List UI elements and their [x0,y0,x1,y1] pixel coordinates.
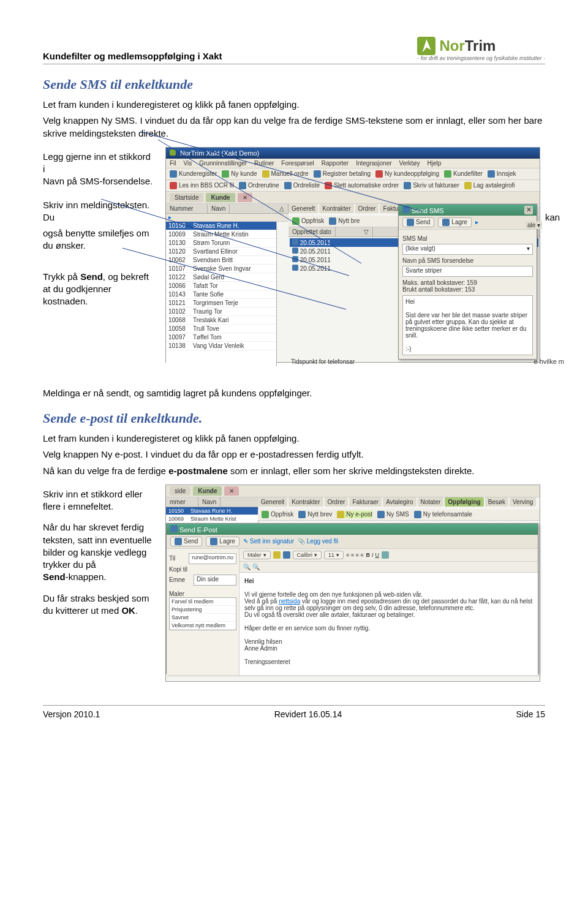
size-select[interactable]: 11 ▾ [324,551,344,559]
detail-tab[interactable]: Avtalegiro [383,497,416,507]
menu-item[interactable]: Rapporter [322,160,349,167]
list-item[interactable]: 10143Tante Sofie [166,290,276,299]
tab-kunde[interactable]: Kunde [206,193,235,202]
menu-item[interactable]: Verktøy [399,160,420,167]
toolbar-item[interactable]: Registrer betaling [314,170,371,178]
toolbar-item[interactable]: Ny telefonsamtale [414,511,472,518]
list-item[interactable]: 10138Vang Vidar Venleik [166,342,276,350]
toolbar-item[interactable]: Skriv ut fakturaer [404,182,459,189]
mail-icon [170,525,178,532]
list-item[interactable]: 10066Tafatt Tor [166,282,276,290]
list-item[interactable]: 10130Strøm Torunn [166,239,276,247]
to-input[interactable]: rune@nortrim.no [189,553,236,564]
toolbar-item[interactable]: Innsjek [488,170,516,178]
template-item[interactable]: Velkomst nytt medlem [170,622,236,630]
menu-item[interactable]: Vis [184,160,192,167]
menu-item[interactable]: Grunninnstillinger [199,160,247,167]
list-header: Nummer Navn△ [166,204,288,214]
chevron-down-icon[interactable]: ▸ [475,219,478,225]
detail-tab[interactable]: Oppfølging [445,497,483,507]
sms-mal-select[interactable]: (Ikke valgt)▾ [402,244,533,255]
refresh-icon[interactable]: Oppfrisk [292,217,324,225]
list-item[interactable]: 10150Stavaas Rune H. [166,222,276,230]
detail-tab[interactable]: Generelt [288,204,318,213]
detail-tab[interactable]: Fakturaer [349,497,382,507]
email-body[interactable]: Hei Vi vil gjerne fortelle deg om den ny… [239,573,538,675]
toolbar-item[interactable]: Ordrerutine [239,182,279,189]
detail-tab[interactable]: Besøk [485,497,508,507]
save-button[interactable]: Lagre [206,537,239,546]
toolbar-item[interactable]: Kundefilter [444,170,483,178]
toolbar-item[interactable]: Ny kunde [222,170,257,178]
list-item[interactable]: 10097Tøffel Tom [166,333,276,342]
sms-mal-label: SMS Mal [402,235,482,242]
detail-tab[interactable]: Kontrakter [288,497,323,507]
toolbar-item[interactable]: Slett automatiske ordrer [325,182,399,189]
list-item[interactable]: 10102Traurig Tor [166,308,276,316]
chevron-down-icon: ▾ [527,245,530,254]
customer-list[interactable]: 10150Stavaas Rune H.10069Straum Mette Kr… [166,222,277,366]
template-item[interactable]: Prisjustering [170,606,236,614]
list-item[interactable]: 10062Svendsen Britt [166,256,276,265]
format-toolbar: Maler ▾ Calibri ▾ 11 ▾ ≡ ≡ ≡ ≡ B I U [239,549,538,562]
list-item[interactable]: 10107Svenske Sven Ingvar [166,265,276,273]
toolbar-item[interactable]: Les inn BBS OCR fil [170,182,234,189]
sms-body-textarea[interactable]: Hei Sist dere var her ble det masse svar… [402,295,533,355]
menu-item[interactable]: Hjelp [427,160,441,167]
toolbar-item[interactable]: Ny e-post [337,511,372,518]
detail-tab[interactable]: Kontrakter [319,204,353,213]
list-item[interactable]: 10069Straum Mette Kristin [166,230,276,239]
sms-name-label: Navn på SMS forsendelse [402,257,482,264]
toolbar-item[interactable]: Nytt brev [298,511,332,518]
templates-list[interactable]: Farvel til medlemPrisjusteringSavnetVelk… [169,597,236,630]
toolbar-item[interactable]: Manuell ordre [262,170,309,178]
font-select[interactable]: Calibri ▾ [293,551,322,559]
close-icon[interactable]: ✕ [524,206,533,214]
menu-item[interactable]: Integrasjoner [356,160,391,167]
attach-button[interactable]: 📎 Legg ved fil [298,538,338,545]
list-item[interactable]: 10058Trull Tove [166,325,276,333]
detail-tab[interactable]: Notater [418,497,444,507]
screenshot-epost: side Kunde ✕ mmerNavn 10150Stavaas Rune … [165,485,540,682]
footer-center: Revidert 16.05.14 [274,709,342,719]
app-titlebar: NorTrim Xakt (Xakt Demo) [166,148,540,159]
save-button[interactable]: Lagre [438,217,472,227]
menu-item[interactable]: Forespørsel [281,160,314,167]
detail-tab[interactable]: Ordrer [325,497,349,507]
paragraph: Nå kan du velge fra de ferdige e-postmal… [43,465,545,477]
toolbar-item[interactable]: Ny SMS [377,511,409,518]
tab-close-icon[interactable]: ✕ [238,193,252,202]
detail-tab[interactable]: Ordrer [355,204,379,213]
screenshot-sms: NorTrim Xakt (Xakt Demo) FilVisGrunninns… [165,147,540,363]
send-button[interactable]: Send [170,537,202,546]
list-item[interactable]: 10069Straum Mette Krist [166,515,258,523]
list-item[interactable]: 10150Stavaas Rune H. [166,507,258,515]
sms-name-input[interactable]: Svarte striper [402,266,533,277]
detail-tab[interactable]: Verving [510,497,536,507]
list-item[interactable]: 10122Sødal Gerd [166,273,276,282]
send-button[interactable]: Send [402,217,434,227]
toolbar-item[interactable]: Lag avtalegirofi [464,182,515,189]
subject-input[interactable]: Din side [194,575,236,586]
menu-item[interactable]: Rutiner [254,160,274,167]
template-item[interactable]: Farvel til medlem [170,598,236,606]
maler-drop[interactable]: Maler ▾ [243,551,271,559]
tab-close-icon[interactable]: ✕ [224,486,239,496]
list-item[interactable]: 10068Trestakk Kari [166,316,276,325]
new-letter[interactable]: Nytt bre [329,217,360,225]
tab-startside[interactable]: Startside [170,193,203,202]
sign-button[interactable]: ✎ Sett inn signatur [243,538,294,545]
list-item[interactable]: 10120Svartland Ellinor [166,247,276,256]
template-item[interactable]: Savnet [170,614,236,622]
detail-tab[interactable]: Genereit [258,497,287,507]
main-tabs: Startside Kunde ✕ [166,192,540,204]
heading-epost: Sende e-post til enkeltkunde. [43,410,545,426]
side-text: Trykk på Send, og bekreft at du godkjenn… [43,271,153,308]
toolbar-item[interactable]: Oppfrisk [262,511,293,518]
list-item[interactable]: 10121Torgrimsen Terje [166,299,276,308]
toolbar-item[interactable]: Ny kundeoppfølging [375,170,439,178]
menu-item[interactable]: Fil [170,160,176,167]
toolbar-item[interactable]: Kunderegister [170,170,217,178]
side-text: Når du har skrevet ferdig teksten, satt … [43,521,153,583]
toolbar-item[interactable]: Ordreliste [284,182,320,189]
